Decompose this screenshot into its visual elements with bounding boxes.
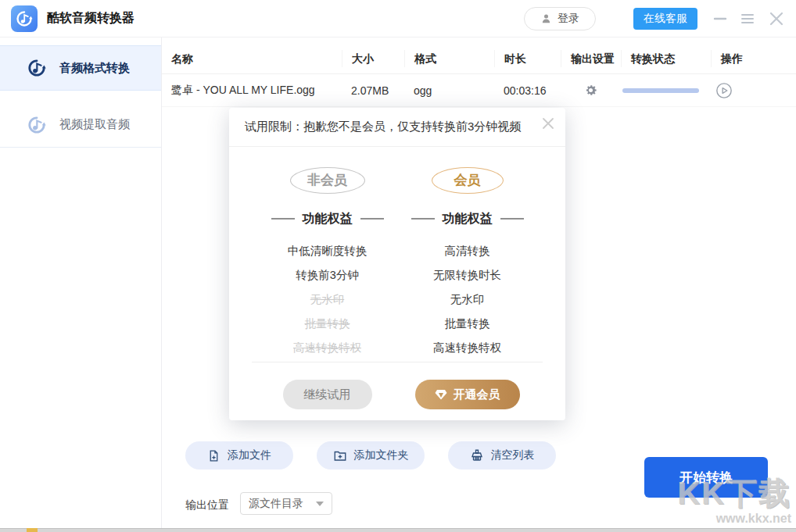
menu-icon[interactable] [740, 11, 755, 27]
taskbar-icon-fragment [27, 528, 38, 532]
output-settings-gear-icon[interactable] [561, 83, 621, 98]
column-header-actions: 操作 [711, 50, 796, 67]
modal-actions: 继续试用 开通会员 [229, 362, 565, 409]
feature-item: 中低清晰度转换 [257, 239, 397, 263]
open-vip-button[interactable]: 开通会员 [415, 380, 520, 409]
start-convert-label: 开始转换 [679, 470, 733, 485]
vip-feature-list: 高清转换 无限转换时长 无水印 批量转换 高速转换特权 [397, 239, 537, 360]
vip-plan-badge: 会员 [432, 167, 504, 194]
column-header-name: 名称 [162, 50, 342, 67]
audio-convert-icon [27, 58, 47, 78]
actions-cell [711, 82, 796, 99]
minimize-icon[interactable] [713, 12, 727, 26]
add-folder-label: 添加文件夹 [354, 448, 409, 462]
plan-comparison: 非会员 功能权益 中低清晰度转换 转换前3分钟 无水印 批量转换 高速转换特权 … [229, 147, 565, 360]
login-button[interactable]: 登录 [524, 7, 596, 30]
music-convert-icon [15, 9, 34, 28]
close-icon[interactable] [768, 10, 785, 27]
feature-item: 高清转换 [397, 239, 537, 263]
free-feature-list: 中低清晰度转换 转换前3分钟 无水印 批量转换 高速转换特权 [257, 239, 397, 360]
feature-item: 无水印 [257, 287, 397, 312]
file-plus-icon [207, 449, 221, 462]
sidebar: 音频格式转换 视频提取音频 [0, 37, 162, 528]
benefits-title-text: 功能权益 [443, 211, 493, 227]
free-benefits-title: 功能权益 [257, 211, 397, 227]
modal-title: 试用限制：抱歉您不是会员，仅支持转换前3分钟视频 [245, 120, 521, 134]
sidebar-item-video-extract-audio[interactable]: 视频提取音频 [0, 102, 161, 148]
plan-column-vip: 会员 功能权益 高清转换 无限转换时长 无水印 批量转换 高速转换特权 [397, 167, 537, 360]
feature-item: 无水印 [397, 287, 537, 312]
column-header-convert-status: 转换状态 [621, 50, 711, 67]
broom-icon [470, 448, 484, 462]
progress-bar [622, 88, 699, 93]
vip-benefits-title: 功能权益 [397, 211, 537, 227]
feature-item: 转换前3分钟 [257, 263, 397, 287]
feature-item: 无限转换时长 [397, 263, 537, 287]
start-convert-button[interactable]: 开始转换 [644, 457, 768, 498]
continue-trial-button[interactable]: 继续试用 [283, 380, 372, 409]
output-location-select[interactable]: 源文件目录 [240, 492, 332, 515]
gem-icon [435, 388, 447, 401]
plan-column-free: 非会员 功能权益 中低清晰度转换 转换前3分钟 无水印 批量转换 高速转换特权 [257, 167, 397, 360]
play-icon[interactable] [715, 82, 733, 99]
feature-item: 高速转换特权 [257, 336, 397, 360]
add-folder-button[interactable]: 添加文件夹 [317, 441, 425, 470]
output-location-label: 输出位置 [185, 498, 229, 512]
file-duration: 00:03:16 [494, 84, 561, 97]
online-support-label: 在线客服 [644, 12, 687, 26]
chevron-down-icon [316, 502, 324, 506]
dash-line [360, 218, 384, 220]
clear-list-label: 清空列表 [491, 448, 535, 462]
dash-line [500, 218, 524, 220]
titlebar: 酷软音频转换器 登录 在线客服 [0, 0, 796, 37]
benefits-title-text: 功能权益 [303, 211, 353, 227]
app-title: 酷软音频转换器 [47, 10, 134, 27]
sidebar-item-label: 视频提取音频 [59, 117, 130, 132]
feature-item: 批量转换 [257, 312, 397, 336]
open-vip-label: 开通会员 [454, 387, 500, 402]
free-plan-badge: 非会员 [290, 167, 365, 194]
taskbar-edge [0, 528, 796, 532]
output-location-value: 源文件目录 [249, 497, 303, 511]
column-header-format: 格式 [404, 50, 494, 67]
add-file-button[interactable]: 添加文件 [185, 441, 293, 470]
trial-limit-modal: 试用限制：抱歉您不是会员，仅支持转换前3分钟视频 非会员 功能权益 中低清晰度转… [229, 108, 565, 420]
file-table-header: 名称 大小 格式 时长 输出设置 转换状态 操作 [162, 44, 796, 74]
window-controls [713, 10, 785, 27]
add-file-label: 添加文件 [228, 448, 271, 462]
column-header-duration: 时长 [494, 50, 561, 67]
progress-cell [621, 88, 711, 93]
feature-item: 高速转换特权 [397, 336, 537, 360]
file-name: 鹭卓 - YOU ALL MY LIFE.ogg [162, 84, 342, 98]
dash-line [411, 218, 435, 220]
sidebar-item-label: 音频格式转换 [59, 61, 130, 76]
modal-close-icon[interactable] [542, 117, 554, 130]
user-icon [540, 12, 552, 24]
table-row[interactable]: 鹭卓 - YOU ALL MY LIFE.ogg 2.07MB ogg 00:0… [162, 74, 796, 107]
app-logo [11, 5, 38, 32]
login-label: 登录 [558, 12, 579, 26]
clear-list-button[interactable]: 清空列表 [448, 441, 556, 470]
online-support-button[interactable]: 在线客服 [633, 8, 697, 30]
video-extract-icon [27, 115, 47, 135]
dash-line [271, 218, 295, 220]
file-format: ogg [404, 84, 494, 97]
folder-plus-icon [333, 448, 347, 462]
feature-item: 批量转换 [397, 312, 537, 336]
modal-header: 试用限制：抱歉您不是会员，仅支持转换前3分钟视频 [229, 108, 565, 147]
file-size: 2.07MB [342, 84, 404, 97]
continue-trial-label: 继续试用 [304, 387, 351, 401]
sidebar-item-audio-format-convert[interactable]: 音频格式转换 [0, 45, 161, 91]
column-header-output-settings: 输出设置 [561, 50, 621, 67]
column-header-size: 大小 [342, 50, 404, 67]
